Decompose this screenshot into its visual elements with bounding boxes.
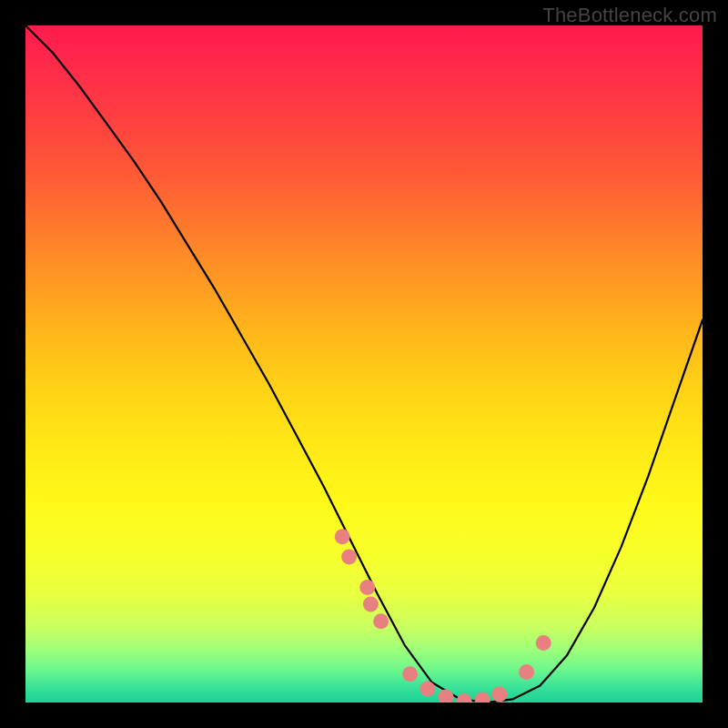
watermark-text: TheBottleneck.com xyxy=(542,4,717,27)
data-dot xyxy=(402,666,418,682)
chart-frame: TheBottleneck.com xyxy=(0,0,728,728)
data-dot xyxy=(457,693,472,703)
data-dot xyxy=(420,682,435,697)
data-dot xyxy=(359,580,375,595)
data-dot xyxy=(519,664,534,680)
dots-group xyxy=(335,529,551,703)
data-dot xyxy=(439,690,454,703)
data-dot xyxy=(363,597,379,612)
data-dot xyxy=(491,687,507,703)
data-dot xyxy=(475,693,490,703)
chart-svg xyxy=(25,25,703,703)
plot-area xyxy=(25,25,703,703)
data-dot xyxy=(341,550,357,565)
data-dot xyxy=(536,635,551,651)
data-dot xyxy=(373,613,389,629)
data-dot xyxy=(335,529,350,544)
